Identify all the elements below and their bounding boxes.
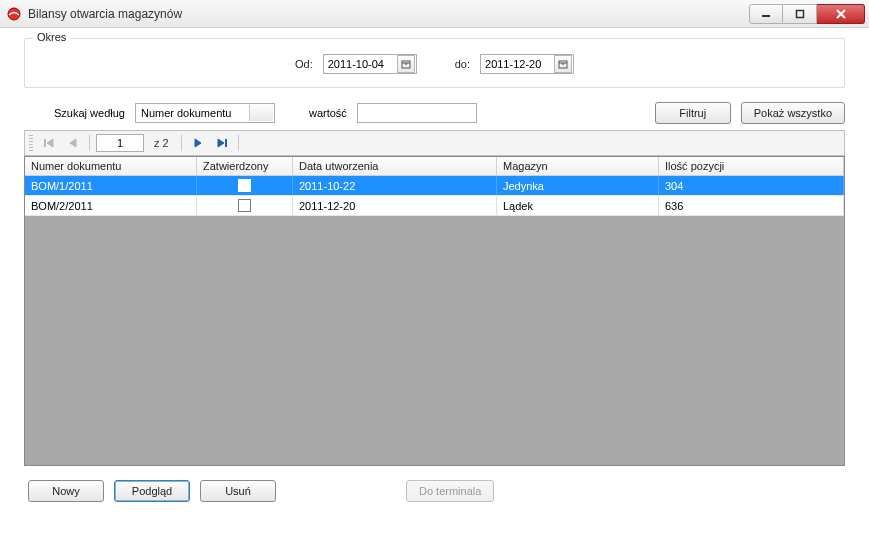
svg-marker-12 — [70, 139, 76, 147]
col-header-date[interactable]: Data utworzenia — [293, 157, 497, 175]
cell-qty: 636 — [659, 196, 844, 215]
search-by-combo[interactable]: Numer dokumentu — [135, 103, 275, 123]
col-header-qty[interactable]: Ilość pozycji — [659, 157, 844, 175]
cell-doc: BOM/1/2011 — [25, 176, 197, 195]
minimize-button[interactable] — [749, 4, 783, 24]
chevron-down-icon[interactable] — [249, 105, 273, 121]
first-page-button[interactable] — [39, 133, 59, 153]
svg-marker-11 — [47, 139, 53, 147]
grid-header: Numer dokumentu Zatwierdzony Data utworz… — [25, 157, 844, 176]
show-all-button[interactable]: Pokaż wszystko — [741, 102, 845, 124]
to-date-input[interactable] — [481, 58, 553, 70]
separator — [238, 135, 239, 151]
svg-marker-8 — [561, 64, 565, 66]
separator — [89, 135, 90, 151]
period-groupbox: Okres Od: do: — [24, 38, 845, 88]
svg-marker-14 — [218, 139, 224, 147]
search-row: Szukaj według Numer dokumentu wartość Fi… — [24, 100, 845, 124]
filter-button[interactable]: Filtruj — [655, 102, 731, 124]
search-by-label: Szukaj według — [54, 107, 125, 119]
cell-doc: BOM/2/2011 — [25, 196, 197, 215]
cell-date: 2011-10-22 — [293, 176, 497, 195]
titlebar: Bilansy otwarcia magazynów — [0, 0, 869, 28]
from-label: Od: — [295, 58, 313, 70]
separator — [181, 135, 182, 151]
cell-ok — [197, 176, 293, 195]
app-icon — [6, 6, 22, 22]
cell-date: 2011-12-20 — [293, 196, 497, 215]
grip-icon — [29, 135, 33, 151]
page-total: z 2 — [148, 137, 175, 149]
delete-button[interactable]: Usuń — [200, 480, 276, 502]
data-grid[interactable]: Numer dokumentu Zatwierdzony Data utworz… — [24, 156, 845, 466]
preview-button[interactable]: Podgląd — [114, 480, 190, 502]
prev-page-button[interactable] — [63, 133, 83, 153]
to-datepicker[interactable] — [480, 54, 574, 74]
to-terminal-button: Do terminala — [406, 480, 494, 502]
bottom-toolbar: Nowy Podgląd Usuń Do terminala — [24, 466, 845, 502]
from-datepicker[interactable] — [323, 54, 417, 74]
search-by-value: Numer dokumentu — [136, 107, 250, 119]
cell-qty: 304 — [659, 176, 844, 195]
to-label: do: — [455, 58, 470, 70]
cell-ok — [197, 196, 293, 215]
paginator: z 2 — [24, 130, 845, 156]
cell-mag: Jedynka — [497, 176, 659, 195]
period-legend: Okres — [33, 31, 70, 43]
maximize-button[interactable] — [783, 4, 817, 24]
calendar-icon[interactable] — [554, 55, 572, 73]
page-input[interactable] — [96, 134, 144, 152]
svg-marker-13 — [195, 139, 201, 147]
close-button[interactable] — [817, 4, 865, 24]
calendar-icon[interactable] — [397, 55, 415, 73]
svg-marker-5 — [404, 64, 408, 66]
col-header-ok[interactable]: Zatwierdzony — [197, 157, 293, 175]
cell-mag: Lądek — [497, 196, 659, 215]
col-header-mag[interactable]: Magazyn — [497, 157, 659, 175]
search-value-input[interactable] — [357, 103, 477, 123]
window-title: Bilansy otwarcia magazynów — [28, 7, 743, 21]
svg-rect-2 — [796, 10, 803, 17]
next-page-button[interactable] — [188, 133, 208, 153]
col-header-doc[interactable]: Numer dokumentu — [25, 157, 197, 175]
checkbox-icon — [238, 199, 251, 212]
table-row[interactable]: BOM/2/20112011-12-20Lądek636 — [25, 196, 844, 216]
checkbox-icon — [238, 179, 251, 192]
table-row[interactable]: BOM/1/20112011-10-22Jedynka304 — [25, 176, 844, 196]
search-value-label: wartość — [309, 107, 347, 119]
last-page-button[interactable] — [212, 133, 232, 153]
new-button[interactable]: Nowy — [28, 480, 104, 502]
from-date-input[interactable] — [324, 58, 396, 70]
